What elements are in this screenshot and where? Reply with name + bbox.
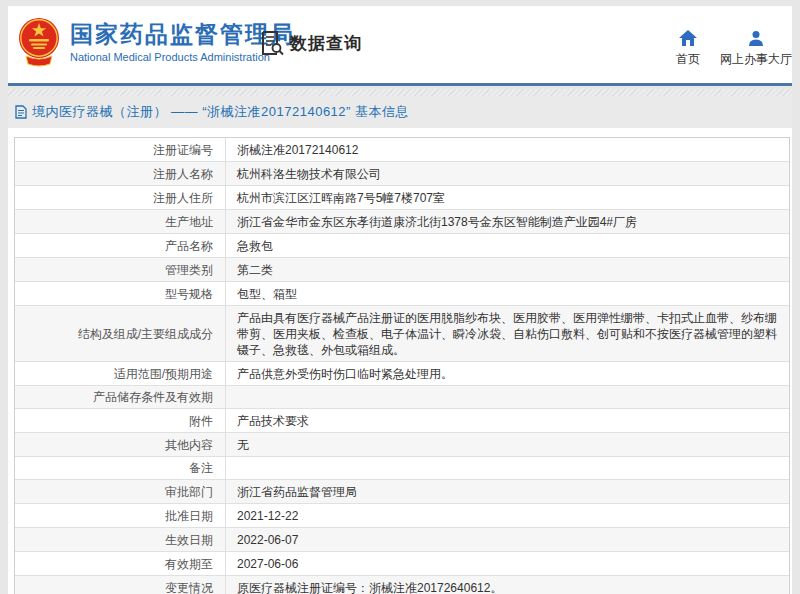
table-row: 批准日期 2021-12-22 <box>15 503 789 527</box>
row-value: 产品技术要求 <box>226 409 789 432</box>
row-value: 第二类 <box>226 258 789 281</box>
table-row: 附件 产品技术要求 <box>15 408 789 432</box>
row-value: 包型、箱型 <box>226 282 789 305</box>
table-row: 适用范围/预期用途 产品供意外受伤时伤口临时紧急处理用。 <box>15 361 789 385</box>
breadcrumb: 境内医疗器械（注册） —— “浙械注准20172140612” 基本信息 <box>8 96 792 128</box>
table-row: 型号规格 包型、箱型 <box>15 281 789 305</box>
row-value: 杭州市滨江区江晖南路7号5幢7楼707室 <box>226 186 789 209</box>
row-value: 原医疗器械注册证编号：浙械注准20172640612。 <box>226 576 789 594</box>
nav-online-hall[interactable]: 网上办事大厅 <box>718 30 794 68</box>
registration-table: 注册证编号 浙械注准20172140612 注册人名称 杭州科洛生物技术有限公司… <box>14 137 790 594</box>
document-search-icon <box>260 30 284 56</box>
texture-strip <box>8 89 792 96</box>
table-row-composition: 结构及组成/主要组成成分 产品由具有医疗器械产品注册证的医用脱脂纱布块、医用胶带… <box>15 305 789 361</box>
row-label: 注册人住所 <box>15 186 226 209</box>
row-value <box>226 386 789 408</box>
row-label: 批准日期 <box>15 504 226 527</box>
row-value: 急救包 <box>226 234 789 257</box>
row-label: 变更情况 <box>15 576 226 594</box>
row-label: 有效期至 <box>15 552 226 575</box>
table-row: 注册人名称 杭州科洛生物技术有限公司 <box>15 161 789 185</box>
national-emblem-icon <box>16 16 62 68</box>
row-label: 注册证编号 <box>15 138 226 161</box>
row-value: 产品由具有医疗器械产品注册证的医用脱脂纱布块、医用胶带、医用弹性绷带、卡扣式止血… <box>226 306 789 361</box>
row-label: 其他内容 <box>15 433 226 456</box>
page-title: 境内医疗器械（注册） —— “浙械注准20172140612” 基本信息 <box>32 103 409 121</box>
table-row: 有效期至 2027-06-06 <box>15 551 789 575</box>
home-label: 首页 <box>676 51 700 68</box>
nav-home[interactable]: 首页 <box>668 30 708 68</box>
row-value: 2027-06-06 <box>226 552 789 575</box>
nav-data-query[interactable]: 数据查询 <box>260 30 362 56</box>
row-value: 产品供意外受伤时伤口临时紧急处理用。 <box>226 362 789 385</box>
row-label: 审批部门 <box>15 480 226 503</box>
table-row: 备注 <box>15 456 789 479</box>
row-label: 生效日期 <box>15 528 226 551</box>
row-label: 适用范围/预期用途 <box>15 362 226 385</box>
table-row: 审批部门 浙江省药品监督管理局 <box>15 479 789 503</box>
table-row: 生产地址 浙江省金华市金东区东孝街道康济北街1378号金东区智能制造产业园4#厂… <box>15 209 789 233</box>
page-doc-icon <box>15 105 27 119</box>
row-value: 2022-06-07 <box>226 528 789 551</box>
table-row: 产品名称 急救包 <box>15 233 789 257</box>
row-label: 结构及组成/主要组成成分 <box>15 306 226 361</box>
site-header: 国家药品监督管理局 National Medical Products Admi… <box>8 6 792 86</box>
table-row: 注册证编号 浙械注准20172140612 <box>15 138 789 161</box>
home-icon <box>679 30 697 46</box>
table-row: 产品储存条件及有效期 <box>15 385 789 408</box>
page: 国家药品监督管理局 National Medical Products Admi… <box>0 0 800 594</box>
row-value: 浙械注准20172140612 <box>226 138 789 161</box>
row-value: 无 <box>226 433 789 456</box>
table-row: 变更情况 原医疗器械注册证编号：浙械注准20172640612。 <box>15 575 789 594</box>
row-label: 生产地址 <box>15 210 226 233</box>
row-label: 型号规格 <box>15 282 226 305</box>
row-value: 浙江省金华市金东区东孝街道康济北街1378号金东区智能制造产业园4#厂房 <box>226 210 789 233</box>
row-value <box>226 457 789 479</box>
row-label: 产品储存条件及有效期 <box>15 386 226 408</box>
row-label: 备注 <box>15 457 226 479</box>
row-label: 管理类别 <box>15 258 226 281</box>
row-label: 注册人名称 <box>15 162 226 185</box>
row-value: 杭州科洛生物技术有限公司 <box>226 162 789 185</box>
user-icon <box>748 30 764 46</box>
table-row: 注册人住所 杭州市滨江区江晖南路7号5幢7楼707室 <box>15 185 789 209</box>
row-value: 2021-12-22 <box>226 504 789 527</box>
row-label: 附件 <box>15 409 226 432</box>
row-value: 浙江省药品监督管理局 <box>226 480 789 503</box>
row-label: 产品名称 <box>15 234 226 257</box>
table-row: 生效日期 2022-06-07 <box>15 527 789 551</box>
table-row: 其他内容 无 <box>15 432 789 456</box>
content-panel: 注册证编号 浙械注准20172140612 注册人名称 杭州科洛生物技术有限公司… <box>8 128 792 594</box>
online-hall-label: 网上办事大厅 <box>720 51 792 68</box>
data-query-label: 数据查询 <box>290 32 362 55</box>
table-row: 管理类别 第二类 <box>15 257 789 281</box>
